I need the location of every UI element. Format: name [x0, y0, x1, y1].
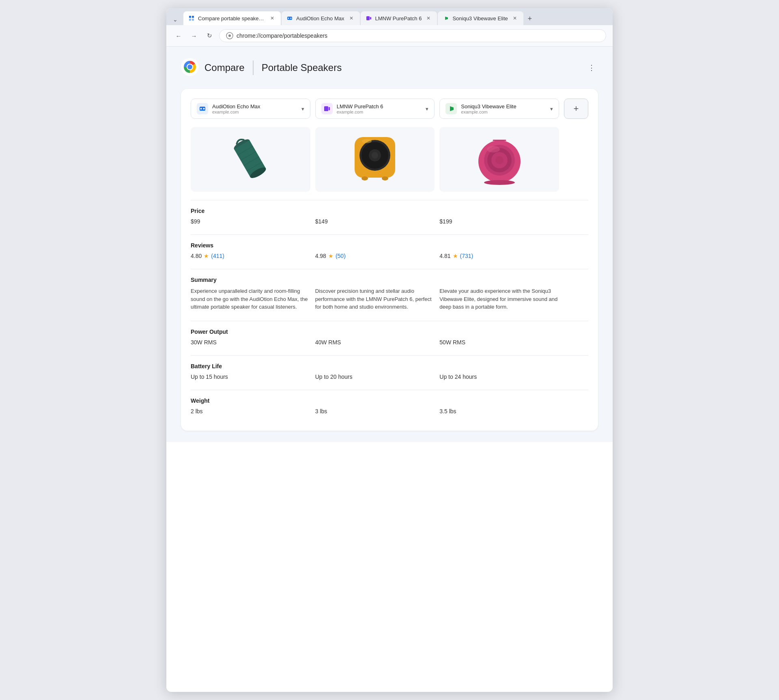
- page-header-left: Compare Portable Speakers: [181, 58, 342, 77]
- battery-life-label: Battery Life: [191, 363, 588, 369]
- soniqu3-rating-value: 4.81: [439, 253, 450, 259]
- audiootion-star-icon: ★: [204, 253, 209, 259]
- tab-soniqu3[interactable]: Soniqu3 Vibewave Elite ✕: [438, 11, 523, 25]
- page-content: Compare Portable Speakers ⋮: [166, 47, 613, 442]
- reload-button[interactable]: ↻: [204, 30, 215, 41]
- compare-favicon-icon: [188, 15, 195, 21]
- tab-bar: ⌄ Compare portable speaker… ✕: [166, 8, 613, 25]
- tab-lmnw-close[interactable]: ✕: [425, 15, 432, 22]
- soniqu3-image: [439, 127, 559, 192]
- lmnw-chevron-icon: ▾: [426, 106, 428, 112]
- images-empty-col: [564, 127, 588, 192]
- lmnw-power: 40W RMS: [315, 339, 435, 352]
- back-button[interactable]: ←: [173, 30, 184, 41]
- tab-list-arrow[interactable]: ⌄: [170, 14, 181, 25]
- battery-empty-col: [564, 374, 588, 387]
- audiootion-summary: Experience unparalleled clarity and room…: [191, 287, 310, 318]
- tab-lmnw[interactable]: LMNW PurePatch 6 ✕: [361, 11, 437, 25]
- tab-compare-label: Compare portable speaker…: [198, 15, 265, 21]
- browser-window: ⌄ Compare portable speaker… ✕: [166, 8, 613, 692]
- page-title: Portable Speakers: [262, 62, 342, 73]
- svg-rect-7: [366, 16, 370, 20]
- soniqu3-weight: 3.5 lbs: [439, 408, 559, 421]
- weight-values: 2 lbs 3 lbs 3.5 lbs: [191, 408, 588, 421]
- tab-audiootion-label: AudiOtion Echo Max: [296, 15, 344, 21]
- svg-point-32: [382, 176, 388, 180]
- reviews-empty-col: [564, 253, 588, 266]
- soniqu3-rating-row: 4.81 ★ (731): [439, 253, 559, 259]
- svg-point-35: [484, 180, 515, 185]
- page-header: Compare Portable Speakers ⋮: [181, 58, 598, 77]
- lmnw-rating: 4.98 ★ (50): [315, 253, 435, 266]
- soniqu3-favicon-icon: [443, 15, 449, 21]
- product-selectors: AudiOtion Echo Max example.com ▾ LMNW: [191, 99, 588, 119]
- svg-point-30: [372, 152, 378, 159]
- price-empty-col: [564, 218, 588, 231]
- svg-point-16: [203, 108, 205, 110]
- svg-point-5: [288, 18, 289, 19]
- lmnw-price: $149: [315, 218, 435, 231]
- svg-rect-8: [370, 17, 371, 19]
- url-bar[interactable]: chrome://compare/portablespeakers: [219, 29, 606, 42]
- soniqu3-review-link[interactable]: (731): [460, 253, 473, 259]
- tab-compare-close[interactable]: ✕: [269, 15, 276, 22]
- tab-audiootion[interactable]: AudiOtion Echo Max ✕: [282, 11, 360, 25]
- tab-soniqu3-close[interactable]: ✕: [511, 15, 519, 22]
- lmnw-review-link[interactable]: (50): [336, 253, 346, 259]
- app-name: Compare: [204, 62, 245, 73]
- summary-section: Summary Experience unparalleled clarity …: [191, 269, 588, 318]
- price-values: $99 $149 $199: [191, 218, 588, 231]
- weight-section: Weight 2 lbs 3 lbs 3.5 lbs: [191, 390, 588, 421]
- svg-rect-1: [192, 16, 194, 18]
- lmnw-rating-row: 4.98 ★ (50): [315, 253, 435, 259]
- svg-point-40: [487, 146, 500, 152]
- summary-values: Experience unparalleled clarity and room…: [191, 287, 588, 318]
- audiootion-favicon-icon: [286, 15, 293, 21]
- product-selector-lmnw[interactable]: LMNW PurePatch 6 example.com ▾: [315, 99, 435, 119]
- soniqu3-speaker-svg: [471, 131, 528, 188]
- header-divider: [253, 60, 254, 75]
- weight-label: Weight: [191, 397, 588, 404]
- address-bar: ← → ↻ chrome://compare/portablespeakers: [166, 25, 613, 47]
- lmnw-favicon-icon: [366, 15, 372, 21]
- soniqu3-summary: Elevate your audio experience with the S…: [439, 287, 559, 318]
- product-images: [191, 127, 588, 192]
- tab-compare[interactable]: Compare portable speaker… ✕: [183, 11, 281, 25]
- audiootion-selector-icon: [197, 103, 208, 114]
- forward-button[interactable]: →: [188, 30, 200, 41]
- svg-rect-17: [324, 106, 328, 111]
- tab-soniqu3-label: Soniqu3 Vibewave Elite: [452, 15, 508, 21]
- audiootion-price: $99: [191, 218, 310, 231]
- power-empty-col: [564, 339, 588, 352]
- price-label: Price: [191, 208, 588, 214]
- svg-point-39: [495, 156, 504, 164]
- svg-point-6: [291, 18, 292, 19]
- add-product-button[interactable]: +: [564, 99, 588, 119]
- weight-empty-col: [564, 408, 588, 421]
- tab-audiootion-close[interactable]: ✕: [348, 15, 355, 22]
- lmnw-selector-domain: example.com: [337, 110, 422, 114]
- soniqu3-battery: Up to 24 hours: [439, 374, 559, 387]
- lmnw-battery: Up to 20 hours: [315, 374, 435, 387]
- audiootion-chevron-icon: ▾: [301, 106, 304, 112]
- product-selector-audiootion[interactable]: AudiOtion Echo Max example.com ▾: [191, 99, 310, 119]
- audiootion-selector-domain: example.com: [212, 110, 297, 114]
- soniqu3-selector-icon: [445, 103, 457, 114]
- power-output-values: 30W RMS 40W RMS 50W RMS: [191, 339, 588, 352]
- new-tab-button[interactable]: +: [524, 13, 536, 24]
- tab-lmnw-label: LMNW PurePatch 6: [375, 15, 422, 21]
- chrome-url-icon: [226, 32, 233, 39]
- svg-point-33: [362, 139, 372, 143]
- svg-rect-2: [189, 19, 191, 21]
- chrome-logo: [181, 58, 199, 77]
- more-options-button[interactable]: ⋮: [585, 61, 598, 74]
- audiootion-weight: 2 lbs: [191, 408, 310, 421]
- product-selector-soniqu3[interactable]: Soniqu3 Vibewave Elite example.com ▾: [439, 99, 559, 119]
- power-output-section: Power Output 30W RMS 40W RMS 50W RMS: [191, 321, 588, 352]
- audiootion-review-link[interactable]: (411): [211, 253, 224, 259]
- audiootion-rating: 4.80 ★ (411): [191, 253, 310, 266]
- soniqu3-chevron-icon: ▾: [550, 106, 553, 112]
- svg-point-31: [362, 176, 368, 180]
- soniqu3-selector-name: Soniqu3 Vibewave Elite: [461, 103, 546, 110]
- audiootion-speaker-svg: [224, 131, 277, 188]
